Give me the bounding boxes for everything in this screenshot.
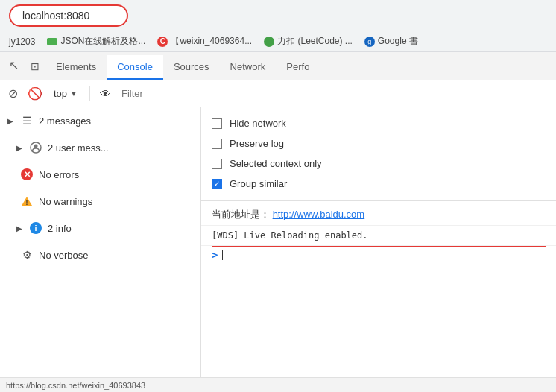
selected-context-label: Selected context only (230, 158, 322, 169)
log-address-link[interactable]: http://www.baidu.com (273, 209, 365, 220)
messages-list-icon: ☰ (21, 115, 33, 127)
sidebar-item-verbose[interactable]: ⚙ No verbose (0, 241, 200, 268)
messages-label: 2 messages (39, 116, 91, 127)
filter-input[interactable] (119, 86, 553, 101)
info-label: 2 info (48, 223, 72, 234)
warning-icon: ! (21, 195, 33, 207)
address-bar[interactable]: localhost:8080 (9, 4, 128, 27)
user-icon (30, 142, 42, 154)
tab-network[interactable]: Network (220, 55, 277, 80)
tab-cursor[interactable]: ↖ (3, 52, 25, 80)
sidebar-item-errors[interactable]: ✕ No errors (0, 161, 200, 188)
sidebar-item-info[interactable]: ▶ i 2 info (0, 215, 200, 241)
status-bar: https://blog.csdn.net/weixin_40693843 (0, 377, 556, 392)
bookmark-weixin-icon: C (157, 37, 168, 47)
bookmark-google-label: Google 書 (378, 35, 418, 48)
toolbar: ⊘ 🚫 top ▼ 👁 (0, 80, 556, 107)
cursor-blink (222, 250, 223, 260)
group-similar-label: Group similar (230, 178, 287, 189)
bookmark-jy1203-label: jy1203 (9, 37, 35, 47)
bookmark-json-icon (47, 38, 57, 45)
option-group-similar[interactable]: Group similar (201, 174, 556, 194)
devtools-panel: ↖ ⊡ Elements Console Sources Network Per… (0, 52, 556, 392)
tab-network-label: Network (230, 61, 266, 72)
address-bar-area: localhost:8080 (0, 0, 556, 31)
context-selector[interactable]: top ▼ (48, 86, 83, 101)
context-arrow-icon: ▼ (70, 89, 78, 98)
bookmark-leetcode-icon (264, 37, 274, 47)
tab-sources[interactable]: Sources (163, 55, 220, 80)
option-selected-context[interactable]: Selected context only (201, 154, 556, 174)
stop-button[interactable]: 🚫 (25, 84, 45, 104)
log-address-prefix: 当前地址是： (212, 209, 270, 220)
verbose-icon: ⚙ (21, 249, 33, 261)
option-preserve-log[interactable]: Preserve log (201, 133, 556, 154)
toolbar-divider (89, 86, 90, 101)
tab-console-label: Console (117, 61, 153, 72)
bookmark-google[interactable]: g Google 書 (361, 34, 421, 49)
warnings-label: No warnings (39, 196, 92, 207)
tab-elements-label: Elements (56, 61, 96, 72)
tab-inspect[interactable]: ⊡ (25, 54, 45, 80)
messages-arrow-icon: ▶ (6, 116, 15, 125)
tab-performance-label: Perfo (286, 61, 309, 72)
bookmarks-bar: jy1203 JSON在线解析及格... C 【weixin_4069364..… (0, 31, 556, 52)
bookmark-leetcode-label: 力扣 (LeetCode) ... (277, 35, 353, 48)
eye-button[interactable]: 👁 (96, 84, 116, 104)
error-icon: ✕ (21, 168, 33, 180)
console-right: Hide network Preserve log Selected conte… (201, 107, 556, 377)
info-icon: i (30, 222, 42, 234)
stop-icon: 🚫 (28, 86, 42, 101)
bookmark-json-label: JSON在线解析及格... (60, 35, 145, 48)
bookmark-json[interactable]: JSON在线解析及格... (44, 34, 148, 49)
dropdown-options: Hide network Preserve log Selected conte… (201, 107, 556, 200)
tab-performance[interactable]: Perfo (276, 55, 320, 80)
bookmark-jy1203[interactable]: jy1203 (6, 35, 38, 48)
tab-console[interactable]: Console (107, 55, 163, 80)
verbose-label: No verbose (39, 250, 88, 261)
preserve-log-label: Preserve log (230, 138, 284, 149)
log-entry-address: 当前地址是： http://www.baidu.com (201, 204, 556, 226)
preserve-log-checkbox[interactable] (212, 139, 222, 149)
inspect-icon: ⊡ (31, 60, 40, 72)
console-sidebar: ▶ ☰ 2 messages ▶ 2 user mess... (0, 107, 201, 377)
hide-network-checkbox[interactable] (212, 118, 222, 129)
svg-text:!: ! (26, 199, 28, 206)
user-messages-arrow-icon: ▶ (15, 143, 24, 152)
tab-elements[interactable]: Elements (45, 55, 107, 80)
log-prompt-area[interactable]: > (201, 246, 556, 264)
prompt-arrow-icon: > (212, 249, 218, 261)
sidebar-item-messages[interactable]: ▶ ☰ 2 messages (0, 107, 200, 134)
bookmark-leetcode[interactable]: 力扣 (LeetCode) ... (261, 34, 356, 49)
sidebar-item-user-messages[interactable]: ▶ 2 user mess... (0, 134, 200, 161)
clear-console-button[interactable]: ⊘ (3, 84, 22, 104)
sidebar-item-warnings[interactable]: ! No warnings (0, 188, 200, 215)
console-main: ▶ ☰ 2 messages ▶ 2 user mess... (0, 107, 556, 377)
hide-network-label: Hide network (230, 118, 286, 129)
svg-point-1 (34, 145, 38, 148)
option-hide-network[interactable]: Hide network (201, 113, 556, 133)
clear-icon: ⊘ (8, 86, 18, 101)
errors-label: No errors (39, 169, 79, 180)
log-wds-text: [WDS] Live Reloading enabled. (212, 230, 368, 241)
info-arrow-icon: ▶ (15, 224, 24, 233)
console-log-area: 当前地址是： http://www.baidu.com [WDS] Live R… (201, 200, 556, 377)
tab-sources-label: Sources (174, 61, 209, 72)
group-similar-checkbox[interactable] (212, 179, 222, 189)
selected-context-checkbox[interactable] (212, 159, 222, 169)
bookmark-google-icon: g (364, 37, 375, 47)
bookmark-weixin-label: 【weixin_4069364... (171, 35, 252, 48)
status-url: https://blog.csdn.net/weixin_40693843 (6, 381, 145, 390)
user-messages-label: 2 user mess... (48, 142, 109, 154)
bookmark-weixin[interactable]: C 【weixin_4069364... (154, 34, 255, 49)
devtools-tabs: ↖ ⊡ Elements Console Sources Network Per… (0, 52, 556, 80)
eye-icon: 👁 (100, 87, 111, 100)
context-label: top (54, 88, 67, 99)
log-entry-wds: [WDS] Live Reloading enabled. (201, 226, 556, 246)
cursor-icon: ↖ (9, 59, 19, 72)
